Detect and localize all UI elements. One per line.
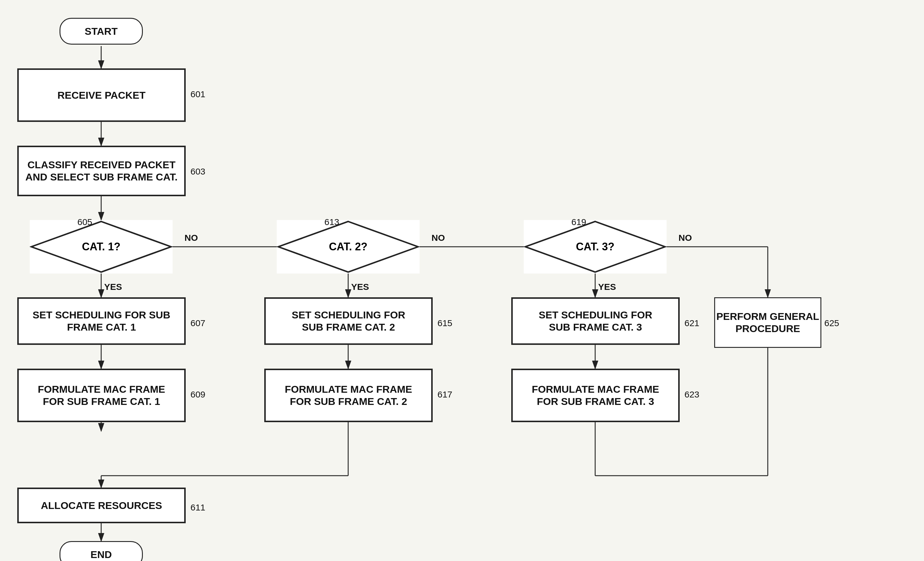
mac2-label: FORMULATE MAC FRAME FOR SUB FRAME CAT. 2: [285, 383, 412, 408]
cat3-label: CAT. 3?: [576, 241, 614, 253]
general-shape: PERFORM GENERAL PROCEDURE: [714, 297, 821, 348]
ref-615: 615: [438, 318, 452, 328]
start-shape: START: [60, 18, 143, 45]
ref-625: 625: [824, 318, 839, 328]
ref-621: 621: [684, 318, 699, 328]
cat3-diamond: CAT. 3?: [524, 220, 667, 274]
ref-607: 607: [190, 318, 206, 328]
mac3-label: FORMULATE MAC FRAME FOR SUB FRAME CAT. 3: [532, 383, 659, 408]
ref-619: 619: [572, 217, 586, 227]
classify-shape: CLASSIFY RECEIVED PACKET AND SELECT SUB …: [17, 146, 186, 196]
mac3-shape: FORMULATE MAC FRAME FOR SUB FRAME CAT. 3: [511, 369, 680, 422]
mac1-label: FORMULATE MAC FRAME FOR SUB FRAME CAT. 1: [38, 383, 165, 408]
mac2-shape: FORMULATE MAC FRAME FOR SUB FRAME CAT. 2: [264, 369, 433, 422]
svg-text:NO: NO: [678, 233, 692, 242]
start-label: START: [85, 25, 118, 37]
ref-605: 605: [77, 217, 92, 227]
ref-611: 611: [190, 503, 206, 513]
cat2-diamond: CAT. 2?: [277, 220, 420, 274]
receive-packet-shape: RECEIVE PACKET: [17, 68, 186, 122]
ref-601: 601: [190, 89, 206, 99]
ref-617: 617: [438, 389, 452, 399]
svg-text:NO: NO: [432, 233, 445, 242]
sched3-shape: SET SCHEDULING FOR SUB FRAME CAT. 3: [511, 297, 680, 345]
ref-623: 623: [684, 389, 699, 399]
ref-613: 613: [324, 217, 339, 227]
svg-text:NO: NO: [184, 233, 198, 242]
ref-609: 609: [190, 389, 206, 399]
svg-text:YES: YES: [104, 282, 122, 292]
general-label: PERFORM GENERAL PROCEDURE: [716, 310, 819, 335]
allocate-label: ALLOCATE RESOURCES: [41, 500, 162, 512]
mac1-shape: FORMULATE MAC FRAME FOR SUB FRAME CAT. 1: [17, 369, 186, 422]
sched1-shape: SET SCHEDULING FOR SUB FRAME CAT. 1: [17, 297, 186, 345]
flowchart-diagram: YES NO YES NO YES NO: [0, 0, 924, 561]
ref-603: 603: [190, 166, 206, 177]
end-label: END: [90, 549, 112, 561]
svg-text:YES: YES: [351, 282, 369, 292]
classify-label: CLASSIFY RECEIVED PACKET AND SELECT SUB …: [25, 159, 177, 183]
sched1-label: SET SCHEDULING FOR SUB FRAME CAT. 1: [33, 309, 171, 333]
allocate-shape: ALLOCATE RESOURCES: [17, 488, 186, 523]
sched3-label: SET SCHEDULING FOR SUB FRAME CAT. 3: [538, 309, 652, 333]
end-shape: END: [60, 541, 143, 561]
cat2-label: CAT. 2?: [329, 241, 367, 253]
sched2-shape: SET SCHEDULING FOR SUB FRAME CAT. 2: [264, 297, 433, 345]
sched2-label: SET SCHEDULING FOR SUB FRAME CAT. 2: [292, 309, 405, 333]
cat1-label: CAT. 1?: [82, 241, 120, 253]
svg-text:YES: YES: [598, 282, 616, 292]
cat1-diamond: CAT. 1?: [30, 220, 172, 274]
receive-packet-label: RECEIVE PACKET: [57, 89, 146, 102]
